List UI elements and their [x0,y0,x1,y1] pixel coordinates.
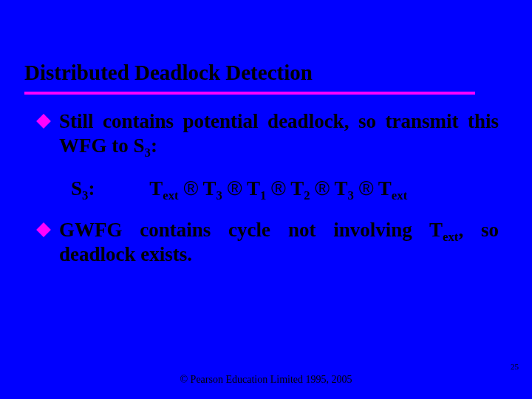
wfg-chain: S3: Text ® T3 ® T1 ® T2 ® T3 ® Text [71,177,499,200]
slide: Distributed Deadlock Detection Still con… [0,0,532,399]
bullet-text: GWFG contains cycle not involving Text, … [59,218,499,267]
footer-copyright: © Pearson Education Limited 1995, 2005 [0,374,532,386]
bullet-item: Still contains potential deadlock, so tr… [38,109,499,158]
title-underline [24,92,475,95]
bullet-text: Still contains potential deadlock, so tr… [59,109,499,158]
wfg-node: Text [149,177,178,200]
wfg-node: T3 [203,177,222,200]
bullet-item: GWFG contains cycle not involving Text, … [38,218,499,267]
wfg-node: T2 [290,177,310,200]
arrow-icon: ® [271,177,286,200]
bullet-icon [38,218,59,235]
bullet-post: : [151,134,157,157]
bullet-pre: GWFG contains cycle not involving T [59,219,443,241]
bullet-pre: Still contains potential deadlock, so tr… [59,110,499,157]
slide-title: Distributed Deadlock Detection [24,61,313,85]
content-area: Still contains potential deadlock, so tr… [38,109,499,267]
wfg-node: Text [378,177,407,200]
bullet-sub: ext [443,230,458,244]
bullet-icon [38,109,59,126]
wfg-node: T3 [335,177,354,200]
arrow-icon: ® [315,177,330,200]
bullet-sub: 3 [145,146,151,160]
wfg-label: S3: [71,177,145,200]
arrow-icon: ® [228,177,242,200]
arrow-icon: ® [359,177,374,200]
wfg-node: T1 [247,177,266,200]
page-number: 25 [511,362,519,371]
arrow-icon: ® [183,177,198,200]
